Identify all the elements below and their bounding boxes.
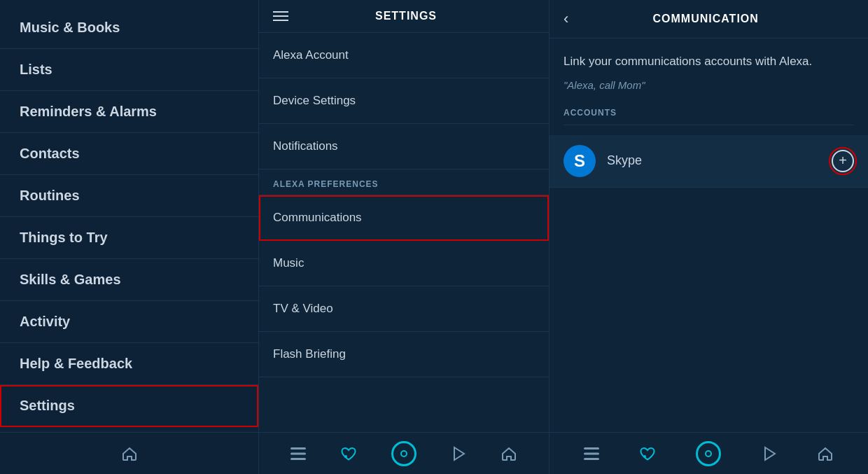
right-home-icon[interactable]: [817, 445, 834, 462]
left-nav-item-reminders---alarms[interactable]: Reminders & Alarms: [0, 91, 258, 133]
svg-rect-6: [584, 458, 599, 460]
hamburger-icon[interactable]: [273, 11, 288, 21]
middle-nav-item-tv---video[interactable]: TV & Video: [259, 286, 549, 332]
left-nav-item-help---feedback[interactable]: Help & Feedback: [0, 343, 258, 385]
middle-menu-icon[interactable]: [290, 447, 306, 460]
right-content: Link your communications accounts with A…: [550, 39, 868, 432]
middle-play-icon[interactable]: [451, 446, 465, 461]
left-nav-item-things-to-try[interactable]: Things to Try: [0, 217, 258, 259]
svg-rect-4: [584, 447, 599, 449]
comm-quote: "Alexa, call Mom": [564, 79, 854, 91]
left-nav-item-activity[interactable]: Activity: [0, 301, 258, 343]
right-title: COMMUNICATION: [578, 13, 833, 25]
middle-nav-item-communications[interactable]: Communications: [259, 195, 549, 241]
left-nav-item-routines[interactable]: Routines: [0, 175, 258, 217]
left-nav-item-skills---games[interactable]: Skills & Games: [0, 259, 258, 301]
left-nav-item-lists[interactable]: Lists: [0, 49, 258, 91]
add-skype-button[interactable]: +: [832, 150, 854, 172]
svg-point-3: [344, 455, 347, 458]
middle-title: SETTINGS: [298, 10, 514, 22]
middle-nav: Alexa AccountDevice SettingsNotification…: [259, 33, 549, 432]
right-play-icon[interactable]: [762, 446, 776, 461]
middle-home-icon[interactable]: [500, 445, 517, 462]
svg-rect-1: [290, 452, 306, 454]
middle-nav-item-music[interactable]: Music: [259, 241, 549, 286]
left-nav: Music & BooksListsReminders & AlarmsCont…: [0, 0, 258, 432]
middle-nav-item-notifications[interactable]: Notifications: [259, 124, 549, 169]
left-home-icon[interactable]: [121, 445, 138, 462]
svg-rect-2: [290, 458, 306, 460]
skype-name: Skype: [607, 153, 832, 168]
left-panel: Music & BooksListsReminders & AlarmsCont…: [0, 0, 259, 474]
section-label: ALEXA PREFERENCES: [259, 169, 549, 195]
account-row-skype: S Skype +: [550, 135, 868, 188]
right-bottom-bar: [550, 432, 868, 474]
left-nav-item-contacts[interactable]: Contacts: [0, 133, 258, 175]
right-heart-icon[interactable]: [640, 447, 655, 461]
svg-rect-0: [290, 447, 306, 449]
middle-header: SETTINGS: [259, 0, 549, 33]
right-panel: ‹ COMMUNICATION Link your communications…: [550, 0, 868, 474]
skype-icon: S: [564, 145, 596, 177]
back-button[interactable]: ‹: [564, 10, 568, 28]
middle-bottom-bar: [259, 432, 549, 474]
right-menu-icon[interactable]: [584, 447, 599, 460]
svg-rect-5: [584, 452, 599, 454]
middle-nav-item-alexa-account[interactable]: Alexa Account: [259, 33, 549, 78]
accounts-label: ACCOUNTS: [564, 108, 854, 125]
left-bottom-bar: [0, 432, 258, 474]
middle-heart-icon[interactable]: [341, 447, 356, 461]
middle-nav-item-flash-briefing[interactable]: Flash Briefing: [259, 332, 549, 377]
right-header: ‹ COMMUNICATION: [550, 0, 868, 39]
svg-point-7: [643, 455, 646, 458]
comm-description: Link your communications accounts with A…: [564, 53, 854, 71]
middle-nav-item-device-settings[interactable]: Device Settings: [259, 78, 549, 124]
middle-alexa-icon[interactable]: [391, 441, 416, 466]
left-nav-item-music---books[interactable]: Music & Books: [0, 7, 258, 49]
middle-panel: SETTINGS Alexa AccountDevice SettingsNot…: [259, 0, 550, 474]
left-nav-item-settings[interactable]: Settings: [0, 385, 258, 427]
right-alexa-icon[interactable]: [696, 441, 721, 466]
